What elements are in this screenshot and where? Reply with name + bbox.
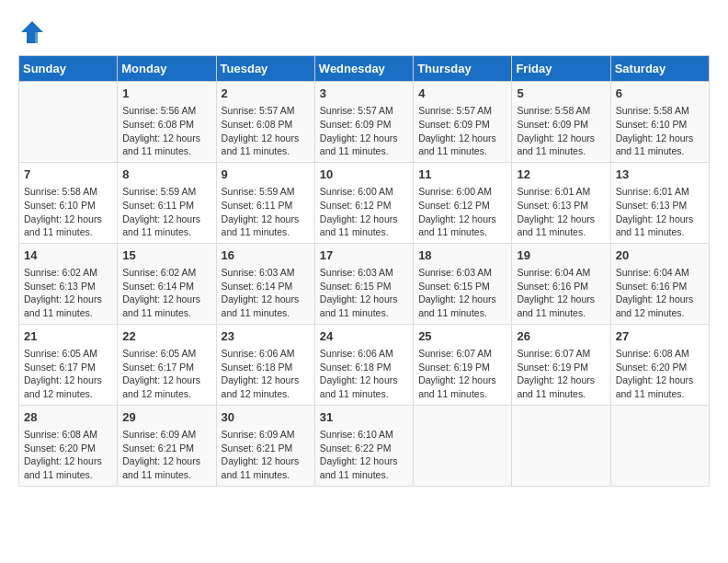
- day-number: 9: [222, 167, 310, 183]
- day-number: 7: [24, 167, 112, 183]
- day-number: 17: [320, 247, 408, 264]
- day-cell: 20Sunrise: 6:04 AMSunset: 6:16 PMDayligh…: [610, 243, 709, 324]
- day-info: Sunrise: 5:59 AMSunset: 6:11 PMDaylight:…: [122, 185, 210, 239]
- header-cell-saturday: Saturday: [610, 56, 709, 82]
- day-info: Sunrise: 5:59 AMSunset: 6:11 PMDaylight:…: [222, 185, 310, 239]
- day-info: Sunrise: 6:09 AMSunset: 6:21 PMDaylight:…: [222, 428, 310, 482]
- day-info: Sunrise: 6:10 AMSunset: 6:22 PMDaylight:…: [320, 428, 408, 482]
- day-number: 11: [418, 167, 506, 183]
- day-info: Sunrise: 6:00 AMSunset: 6:12 PMDaylight:…: [320, 185, 408, 239]
- day-number: 5: [517, 86, 605, 102]
- day-info: Sunrise: 6:06 AMSunset: 6:18 PMDaylight:…: [222, 347, 310, 401]
- day-number: 29: [122, 409, 210, 426]
- day-info: Sunrise: 6:02 AMSunset: 6:13 PMDaylight:…: [24, 266, 112, 320]
- day-cell: 10Sunrise: 6:00 AMSunset: 6:12 PMDayligh…: [314, 162, 413, 243]
- header-cell-tuesday: Tuesday: [216, 56, 314, 82]
- day-number: 8: [122, 167, 210, 183]
- header-cell-friday: Friday: [512, 56, 610, 82]
- day-info: Sunrise: 6:03 AMSunset: 6:15 PMDaylight:…: [418, 266, 506, 320]
- day-info: Sunrise: 6:09 AMSunset: 6:21 PMDaylight:…: [122, 428, 210, 482]
- day-cell: 23Sunrise: 6:06 AMSunset: 6:18 PMDayligh…: [216, 324, 314, 405]
- day-info: Sunrise: 5:57 AMSunset: 6:09 PMDaylight:…: [320, 104, 408, 158]
- day-info: Sunrise: 5:56 AMSunset: 6:08 PMDaylight:…: [122, 104, 210, 158]
- day-info: Sunrise: 6:03 AMSunset: 6:15 PMDaylight:…: [320, 266, 408, 320]
- day-number: 18: [418, 247, 506, 264]
- logo: [18, 18, 50, 46]
- day-number: 23: [222, 328, 310, 345]
- day-number: 3: [320, 86, 408, 102]
- day-cell: 28Sunrise: 6:08 AMSunset: 6:20 PMDayligh…: [19, 405, 118, 486]
- day-info: Sunrise: 6:08 AMSunset: 6:20 PMDaylight:…: [616, 347, 704, 401]
- day-number: 19: [517, 247, 605, 264]
- header-row: SundayMondayTuesdayWednesdayThursdayFrid…: [19, 56, 710, 82]
- day-cell: 12Sunrise: 6:01 AMSunset: 6:13 PMDayligh…: [512, 162, 610, 243]
- day-cell: 31Sunrise: 6:10 AMSunset: 6:22 PMDayligh…: [314, 405, 413, 486]
- day-cell: 14Sunrise: 6:02 AMSunset: 6:13 PMDayligh…: [19, 243, 118, 324]
- header-cell-thursday: Thursday: [414, 56, 512, 82]
- day-info: Sunrise: 5:58 AMSunset: 6:09 PMDaylight:…: [517, 104, 605, 158]
- day-cell: 29Sunrise: 6:09 AMSunset: 6:21 PMDayligh…: [118, 405, 216, 486]
- page-header: [18, 18, 710, 46]
- day-info: Sunrise: 6:01 AMSunset: 6:13 PMDaylight:…: [616, 185, 704, 239]
- day-info: Sunrise: 6:07 AMSunset: 6:19 PMDaylight:…: [517, 347, 605, 401]
- day-number: 6: [616, 86, 704, 102]
- day-cell: 8Sunrise: 5:59 AMSunset: 6:11 PMDaylight…: [118, 162, 216, 243]
- day-cell: 30Sunrise: 6:09 AMSunset: 6:21 PMDayligh…: [216, 405, 314, 486]
- day-number: 13: [616, 167, 704, 183]
- day-number: 22: [122, 328, 210, 345]
- day-cell: 3Sunrise: 5:57 AMSunset: 6:09 PMDaylight…: [314, 82, 413, 163]
- day-info: Sunrise: 6:00 AMSunset: 6:12 PMDaylight:…: [418, 185, 506, 239]
- day-cell: 19Sunrise: 6:04 AMSunset: 6:16 PMDayligh…: [512, 243, 610, 324]
- day-info: Sunrise: 5:58 AMSunset: 6:10 PMDaylight:…: [616, 104, 704, 158]
- day-info: Sunrise: 6:04 AMSunset: 6:16 PMDaylight:…: [517, 266, 605, 320]
- day-number: 31: [320, 409, 408, 426]
- day-info: Sunrise: 6:05 AMSunset: 6:17 PMDaylight:…: [24, 347, 112, 401]
- day-info: Sunrise: 5:57 AMSunset: 6:09 PMDaylight:…: [418, 104, 506, 158]
- calendar-body: 1Sunrise: 5:56 AMSunset: 6:08 PMDaylight…: [19, 82, 710, 487]
- day-number: 15: [122, 247, 210, 264]
- day-info: Sunrise: 6:04 AMSunset: 6:16 PMDaylight:…: [616, 266, 704, 320]
- day-number: 4: [418, 86, 506, 102]
- day-cell: 17Sunrise: 6:03 AMSunset: 6:15 PMDayligh…: [314, 243, 413, 324]
- day-cell: 15Sunrise: 6:02 AMSunset: 6:14 PMDayligh…: [118, 243, 216, 324]
- day-number: 20: [616, 247, 704, 264]
- day-cell: [414, 405, 512, 486]
- day-info: Sunrise: 5:57 AMSunset: 6:08 PMDaylight:…: [222, 104, 310, 158]
- day-cell: 2Sunrise: 5:57 AMSunset: 6:08 PMDaylight…: [216, 82, 314, 163]
- day-cell: 9Sunrise: 5:59 AMSunset: 6:11 PMDaylight…: [216, 162, 314, 243]
- day-cell: 26Sunrise: 6:07 AMSunset: 6:19 PMDayligh…: [512, 324, 610, 405]
- day-info: Sunrise: 6:07 AMSunset: 6:19 PMDaylight:…: [418, 347, 506, 401]
- day-number: 26: [517, 328, 605, 345]
- day-number: 30: [222, 409, 310, 426]
- calendar-table: SundayMondayTuesdayWednesdayThursdayFrid…: [18, 55, 710, 487]
- day-number: 14: [24, 247, 112, 264]
- day-cell: 21Sunrise: 6:05 AMSunset: 6:17 PMDayligh…: [19, 324, 118, 405]
- day-cell: [610, 405, 709, 486]
- day-number: 10: [320, 167, 408, 183]
- day-number: 28: [24, 409, 112, 426]
- day-info: Sunrise: 6:05 AMSunset: 6:17 PMDaylight:…: [122, 347, 210, 401]
- day-info: Sunrise: 5:58 AMSunset: 6:10 PMDaylight:…: [24, 185, 112, 239]
- day-cell: 7Sunrise: 5:58 AMSunset: 6:10 PMDaylight…: [19, 162, 118, 243]
- day-info: Sunrise: 6:06 AMSunset: 6:18 PMDaylight:…: [320, 347, 408, 401]
- day-info: Sunrise: 6:03 AMSunset: 6:14 PMDaylight:…: [222, 266, 310, 320]
- day-cell: 6Sunrise: 5:58 AMSunset: 6:10 PMDaylight…: [610, 82, 709, 163]
- week-row-4: 21Sunrise: 6:05 AMSunset: 6:17 PMDayligh…: [19, 324, 710, 405]
- day-cell: 16Sunrise: 6:03 AMSunset: 6:14 PMDayligh…: [216, 243, 314, 324]
- day-number: 21: [24, 328, 112, 345]
- day-cell: 13Sunrise: 6:01 AMSunset: 6:13 PMDayligh…: [610, 162, 709, 243]
- day-cell: 18Sunrise: 6:03 AMSunset: 6:15 PMDayligh…: [414, 243, 512, 324]
- day-number: 24: [320, 328, 408, 345]
- day-number: 27: [616, 328, 704, 345]
- day-number: 12: [517, 167, 605, 183]
- day-cell: 25Sunrise: 6:07 AMSunset: 6:19 PMDayligh…: [414, 324, 512, 405]
- calendar-header: SundayMondayTuesdayWednesdayThursdayFrid…: [19, 56, 710, 82]
- week-row-3: 14Sunrise: 6:02 AMSunset: 6:13 PMDayligh…: [19, 243, 710, 324]
- day-cell: 5Sunrise: 5:58 AMSunset: 6:09 PMDaylight…: [512, 82, 610, 163]
- day-cell: 24Sunrise: 6:06 AMSunset: 6:18 PMDayligh…: [314, 324, 413, 405]
- header-cell-monday: Monday: [118, 56, 216, 82]
- day-info: Sunrise: 6:02 AMSunset: 6:14 PMDaylight:…: [122, 266, 210, 320]
- day-cell: [19, 82, 118, 163]
- week-row-1: 1Sunrise: 5:56 AMSunset: 6:08 PMDaylight…: [19, 82, 710, 163]
- day-info: Sunrise: 6:01 AMSunset: 6:13 PMDaylight:…: [517, 185, 605, 239]
